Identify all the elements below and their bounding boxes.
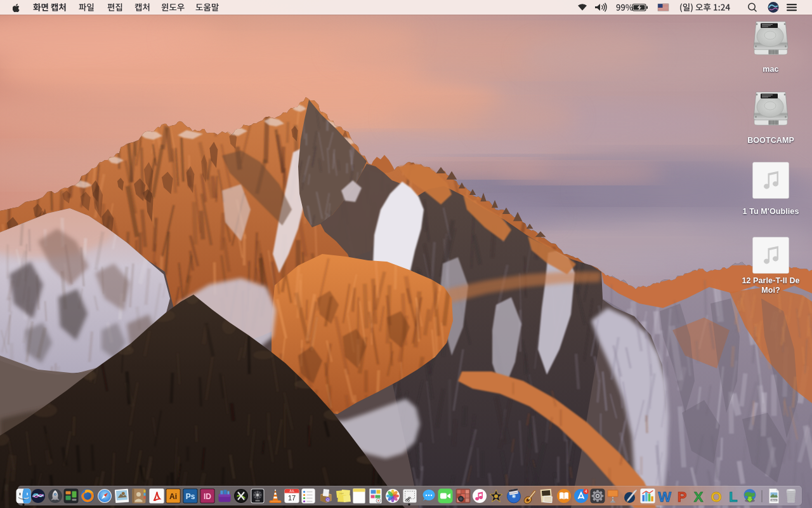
svg-text:W: W (658, 489, 672, 505)
svg-text:ID: ID (204, 492, 211, 501)
svg-text:O: O (710, 489, 721, 505)
svg-text:X: X (694, 489, 704, 505)
svg-text:17: 17 (288, 494, 296, 502)
svg-text:Note: Note (339, 492, 344, 495)
svg-text:4: 4 (585, 489, 587, 493)
svg-text:docx: docx (771, 499, 776, 502)
svg-text:L: L (729, 489, 737, 505)
svg-text:Ai: Ai (169, 492, 177, 501)
svg-text:Q: Q (326, 498, 329, 502)
svg-text:Ps: Ps (186, 492, 195, 501)
svg-text:P: P (678, 489, 687, 505)
svg-text:JUL: JUL (289, 490, 294, 493)
